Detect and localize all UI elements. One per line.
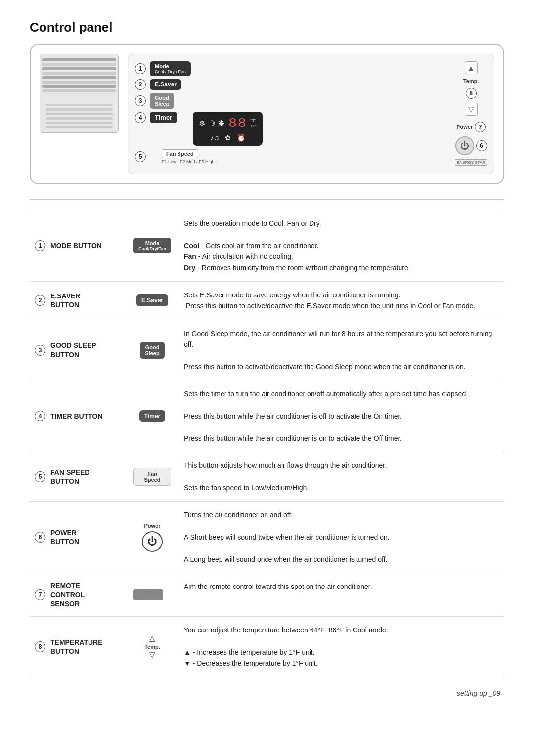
desc-text-7: Aim the remote control toward this spot … <box>184 581 499 592</box>
num-badge-6: 6 <box>35 532 45 543</box>
fan-speed-sub: F1.Low / F2.Med / F3.High <box>162 159 215 164</box>
section-divider <box>30 199 504 200</box>
desc-cell-5: This button adjusts how much air flows t… <box>176 452 504 502</box>
panel-row-2: 2 E.Saver <box>135 79 430 90</box>
panel-badge-7: 7 <box>475 122 486 132</box>
temp-label: Temp. <box>463 78 479 84</box>
desc-cell-3: In Good Sleep mode, the air conditioner … <box>176 320 504 380</box>
ac-louvres <box>42 58 116 94</box>
panel-row-5: 5 Fan Speed F1.Low / F2.Med / F3.High <box>135 149 430 164</box>
panel-row-3: 3 Good Sleep <box>135 93 430 109</box>
label-cell-6: 6 POWERBUTTON <box>30 502 129 573</box>
label-cell-2: 2 E.SAVERBUTTON <box>30 281 129 320</box>
desc-text-4: Sets the timer to turn the air condition… <box>184 388 499 444</box>
label-cell-4: 4 TIMER BUTTON <box>30 380 129 452</box>
temp-cell-label: Temp. <box>144 644 160 650</box>
label-cell-1: 1 MODE BUTTON <box>30 210 129 282</box>
button-name-2: E.SAVERBUTTON <box>50 292 80 309</box>
icon-cell-3: Good Sleep <box>129 320 176 380</box>
panel-display: ❄ ☽ ❋ 88 °F Hr. ♪♫ ✿ <box>193 112 263 146</box>
num-badge-3: 3 <box>35 345 45 356</box>
unit-f: °F <box>251 118 256 123</box>
unit-hr: Hr. <box>251 124 257 128</box>
remote-sensor-icon <box>134 589 163 600</box>
panel-badge-1: 1 <box>135 63 146 74</box>
panel-badge-5: 5 <box>135 151 146 162</box>
desc-text-6: Turns the air conditioner on and off. A … <box>184 509 499 565</box>
mode-btn[interactable]: Mode Cool / Dry / Fan <box>150 61 191 76</box>
table-row: 8 TEMPERATUREBUTTON △ Temp. ▽ <box>30 616 504 677</box>
icon-cell-2: E.Saver <box>129 281 176 320</box>
icon-cell-4: Timer <box>129 380 176 452</box>
panel-row-4: 4 Timer ❄ ☽ ❋ 88 <box>135 112 430 146</box>
fan-speed-label: Fan Speed <box>162 149 198 158</box>
panel-badge-8: 8 <box>466 88 477 99</box>
info-table: 1 MODE BUTTON Mode Cool/Dry/Fan Sets the… <box>30 210 504 677</box>
desc-text-1: Sets the operation mode to Cool, Fan or … <box>184 218 499 273</box>
table-row: 4 TIMER BUTTON Timer Sets the timer to t… <box>30 380 504 452</box>
page-footer: setting up _09 <box>30 689 504 697</box>
page-title: Control panel <box>30 20 504 35</box>
button-name-5: FAN SPEEDBUTTON <box>50 468 89 486</box>
icon-cell-7 <box>129 573 176 617</box>
music-icon: ♪♫ <box>210 134 219 142</box>
desc-cell-8: You can adjust the temperature between 6… <box>176 616 504 677</box>
display-mode-icons: ❄ ☽ ❋ <box>199 119 224 128</box>
ac-lines <box>46 104 113 130</box>
temp-icon-cell: △ Temp. ▽ <box>134 634 171 659</box>
button-name-1: MODE BUTTON <box>50 241 102 250</box>
icon-cell-6: Power ⏻ <box>129 502 176 573</box>
num-badge-8: 8 <box>35 641 45 652</box>
display-units: °F Hr. <box>251 118 257 128</box>
good-sleep-icon-btn: Good Sleep <box>140 342 164 359</box>
ac-unit-illustration <box>40 54 119 133</box>
desc-text-8: You can adjust the temperature between 6… <box>184 625 499 669</box>
table-row: 1 MODE BUTTON Mode Cool/Dry/Fan Sets the… <box>30 210 504 282</box>
desc-text-5: This button adjusts how much air flows t… <box>184 460 499 493</box>
power-icon-cell: Power ⏻ <box>134 523 171 552</box>
display-digits: 88 <box>228 116 247 131</box>
temp-arrows: △ <box>149 634 155 643</box>
temp-down-btn[interactable]: ▽ <box>465 103 478 116</box>
button-name-4: TIMER BUTTON <box>50 412 103 420</box>
button-name-3: GOOD SLEEPBUTTON <box>50 341 96 359</box>
temp-up-btn[interactable]: ▲ <box>465 61 478 74</box>
esaver-btn[interactable]: E.Saver <box>150 79 181 90</box>
temp-down-arrows: ▽ <box>149 651 155 659</box>
temp-down-arrow: ▽ <box>149 651 155 659</box>
table-row: 5 FAN SPEEDBUTTON Fan Speed This button … <box>30 452 504 502</box>
num-badge-2: 2 <box>35 295 45 306</box>
icon-cell-1: Mode Cool/Dry/Fan <box>129 210 176 282</box>
desc-cell-4: Sets the timer to turn the air condition… <box>176 380 504 452</box>
num-badge-5: 5 <box>35 471 45 482</box>
table-row: 7 REMOTECONTROLSENSOR Aim the remote con… <box>30 573 504 617</box>
power-icon-big: ⏻ <box>142 531 163 552</box>
table-row: 3 GOOD SLEEPBUTTON Good Sleep In Good Sl… <box>30 320 504 380</box>
table-row: 2 E.SAVERBUTTON E.Saver Sets E.Saver mod… <box>30 281 504 320</box>
timer-btn[interactable]: Timer <box>150 112 177 123</box>
button-name-7: REMOTECONTROLSENSOR <box>50 581 85 608</box>
esaver-icon-btn: E.Saver <box>136 294 168 306</box>
button-name-8: TEMPERATUREBUTTON <box>50 638 103 656</box>
desc-cell-2: Sets E.Saver mode to save energy when th… <box>176 281 504 320</box>
energy-star-badge: ENERGY STAR <box>455 159 487 166</box>
panel-right: 1 Mode Cool / Dry / Fan 2 E.Saver 3 Good… <box>128 54 494 174</box>
num-badge-4: 4 <box>35 411 45 421</box>
panel-badge-3: 3 <box>135 95 146 106</box>
desc-cell-6: Turns the air conditioner on and off. A … <box>176 502 504 573</box>
desc-text-2: Sets E.Saver mode to save energy when th… <box>184 290 499 312</box>
num-badge-1: 1 <box>35 240 45 251</box>
good-sleep-btn[interactable]: Good Sleep <box>150 93 174 109</box>
power-circle-btn[interactable]: ⏻ <box>455 136 474 155</box>
label-cell-7: 7 REMOTECONTROLSENSOR <box>30 573 129 617</box>
page-footer-text: setting up _09 <box>457 689 500 697</box>
power-label-panel: Power <box>456 124 473 130</box>
clock-icon: ⏰ <box>237 134 245 142</box>
desc-cell-1: Sets the operation mode to Cool, Fan or … <box>176 210 504 282</box>
panel-badge-6: 6 <box>476 140 487 151</box>
panel-badge-4: 4 <box>135 112 146 123</box>
label-cell-8: 8 TEMPERATUREBUTTON <box>30 616 129 677</box>
moon-icon: ☽ <box>208 119 215 128</box>
panel-row-1: 1 Mode Cool / Dry / Fan <box>135 61 430 76</box>
temp-up-arrow: △ <box>149 634 155 643</box>
